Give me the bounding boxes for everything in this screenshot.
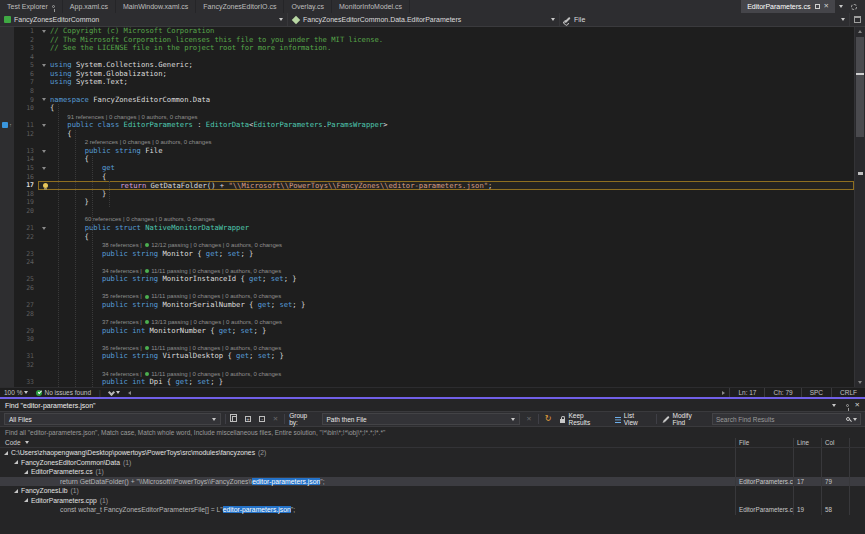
code-line[interactable]: 24 (0, 258, 854, 267)
fold-toggle-icon[interactable] (42, 227, 46, 230)
stop-search-button[interactable]: ✕ (524, 416, 533, 423)
expand-triangle-icon[interactable] (14, 489, 18, 493)
column-col[interactable]: Col (821, 438, 849, 447)
code-cleanup-button[interactable] (105, 388, 124, 397)
window-position-icon[interactable] (832, 404, 836, 407)
fold-toggle-icon[interactable] (42, 64, 46, 67)
window-options-icon[interactable] (851, 4, 857, 10)
list-view-button[interactable]: List View (613, 412, 652, 426)
code-line[interactable]: 14 { (0, 155, 854, 164)
find-result-group-row[interactable]: FancyZonesLib(1) (0, 486, 865, 496)
code-line[interactable]: 32 (0, 361, 854, 370)
find-result-group-row[interactable]: FancyZonesEditorCommon\Data(1) (0, 458, 865, 468)
code-line[interactable]: 3// See the LICENSE file in the project … (0, 44, 854, 53)
expand-all-button[interactable] (243, 416, 253, 422)
search-find-results-input[interactable]: Search Find Results (712, 413, 861, 425)
expand-triangle-icon[interactable] (4, 451, 8, 455)
lightbulb-icon[interactable] (43, 183, 48, 188)
project-dropdown[interactable]: FancyZonesEditorCommon (0, 13, 288, 26)
tab-app-xaml-cs[interactable]: App.xaml.cs (63, 0, 116, 13)
fold-toggle-icon[interactable] (42, 124, 46, 127)
code-line[interactable]: 17 return GetDataFolder() + "\\Microsoft… (0, 181, 854, 190)
expand-triangle-icon[interactable] (14, 460, 18, 464)
find-result-group-row[interactable]: EditorParameters.cpp(1) (0, 496, 865, 506)
code-line[interactable]: 12 { (0, 130, 854, 139)
keep-results-button[interactable]: Keep Results (558, 412, 609, 426)
fold-toggle-icon[interactable] (42, 150, 46, 153)
type-dropdown[interactable]: FancyZonesEditorCommon.Data.EditorParame… (288, 13, 560, 26)
char-indicator[interactable]: Ch: 79 (764, 388, 800, 397)
scroll-up-icon[interactable] (858, 30, 862, 33)
code-line[interactable]: 31 public string VirtualDesktop { get; s… (0, 352, 854, 361)
find-result-group-row[interactable]: C:\Users\zhaopengwang\Desktop\powertoys\… (0, 448, 865, 458)
code-line[interactable]: 27 public string MonitorSerialNumber { g… (0, 301, 854, 310)
code-line[interactable]: 23 public string Monitor { get; set; } (0, 250, 854, 259)
code-line[interactable]: 25 public string MonitorInstanceId { get… (0, 275, 854, 284)
code-line[interactable]: 33 public int Dpi { get; set; } (0, 378, 854, 387)
column-code[interactable]: Code (0, 438, 735, 447)
space-mode-indicator[interactable]: SPC (801, 388, 831, 397)
split-window-icon[interactable] (854, 16, 861, 23)
refresh-button[interactable]: ↻ (543, 415, 554, 423)
code-line[interactable]: 9namespace FancyZonesEditorCommon.Data (0, 96, 854, 105)
code-line[interactable]: 30 (0, 335, 854, 344)
pin-icon[interactable] (846, 404, 849, 407)
expand-triangle-icon[interactable] (24, 470, 28, 474)
column-line[interactable]: Line (793, 438, 821, 447)
zoom-selector[interactable]: 100 % (0, 388, 32, 397)
group-by-dropdown[interactable]: Path then File (322, 413, 521, 425)
open-files-dropdown-icon[interactable] (839, 5, 843, 8)
scrollbar-thumb[interactable] (856, 37, 864, 137)
clear-results-button[interactable]: ✕ (271, 416, 280, 423)
code-line[interactable]: 10{ (0, 104, 854, 113)
code-line[interactable]: 19 } (0, 198, 854, 207)
find-result-match-row[interactable]: const wchar_t FancyZonesEditorParameters… (0, 505, 865, 515)
tab-mainwindow-xaml-cs[interactable]: MainWindow.xaml.cs (116, 0, 196, 13)
code-line[interactable]: 13 public string File (0, 147, 854, 156)
code-line[interactable]: 21 public struct NativeMonitorDataWrappe… (0, 224, 854, 233)
copy-button[interactable] (230, 416, 239, 422)
hscroll-left[interactable] (124, 388, 135, 397)
code-line[interactable]: 18 } (0, 190, 854, 199)
code-line[interactable]: ↑11 public class EditorParameters : Edit… (0, 121, 854, 130)
tab-test-explorer[interactable]: Test Explorer (0, 0, 63, 13)
tab-fancyzoneseditorio-cs[interactable]: FancyZonesEditorIO.cs (196, 0, 284, 13)
hscroll-right[interactable] (718, 388, 729, 397)
find-result-match-row[interactable]: return GetDataFolder() + "\\Microsoft\\P… (0, 477, 865, 487)
code-editor[interactable]: 1// Copyright (c) Microsoft Corporation2… (0, 27, 865, 387)
vertical-scrollbar[interactable] (854, 27, 865, 387)
fold-toggle-icon[interactable] (42, 30, 46, 33)
file-types-dropdown[interactable]: All Files (4, 413, 221, 425)
pin-tab-icon[interactable] (815, 4, 820, 9)
code-line[interactable]: 15 get (0, 164, 854, 173)
fold-margin (38, 78, 50, 87)
find-result-group-row[interactable]: EditorParameters.cs(1) (0, 467, 865, 477)
fold-toggle-icon[interactable] (42, 98, 46, 101)
find-panel-titlebar[interactable]: Find "editor-parameters.json" ✕ (0, 399, 865, 411)
line-ending-indicator[interactable]: CRLF (831, 388, 865, 397)
close-panel-icon[interactable]: ✕ (855, 402, 860, 409)
member-dropdown[interactable]: File (560, 13, 850, 26)
expand-triangle-icon[interactable] (24, 498, 28, 502)
pin-icon[interactable] (52, 5, 55, 8)
code-line[interactable]: 20 (0, 207, 854, 216)
scroll-down-icon[interactable] (858, 381, 862, 384)
gutter-icon-margin (0, 138, 14, 147)
collapse-all-button[interactable] (257, 416, 267, 422)
health-indicator[interactable]: No issues found (32, 388, 95, 397)
tab-editorparameters-cs[interactable]: EditorParameters.cs ✕ (741, 0, 835, 13)
tab-overlay-cs[interactable]: Overlay.cs (284, 0, 332, 13)
code-line[interactable]: 22 { (0, 233, 854, 242)
code-line[interactable]: 16 { (0, 173, 854, 182)
tab-monitorinfomodel-cs[interactable]: MonitorInfoModel.cs (332, 0, 410, 13)
modify-find-button[interactable]: Modify Find (661, 412, 708, 426)
code-line[interactable]: 26 (0, 284, 854, 293)
code-line[interactable]: 28 (0, 310, 854, 319)
code-line[interactable]: 6using System.Globalization; (0, 70, 854, 79)
line-indicator[interactable]: Ln: 17 (729, 388, 764, 397)
code-line[interactable]: 29 public int MonitorNumber { get; set; … (0, 327, 854, 336)
code-line[interactable]: 7using System.Text; (0, 78, 854, 87)
column-file[interactable]: File (735, 438, 793, 447)
fold-toggle-icon[interactable] (42, 167, 46, 170)
close-tab-icon[interactable]: ✕ (824, 3, 829, 10)
